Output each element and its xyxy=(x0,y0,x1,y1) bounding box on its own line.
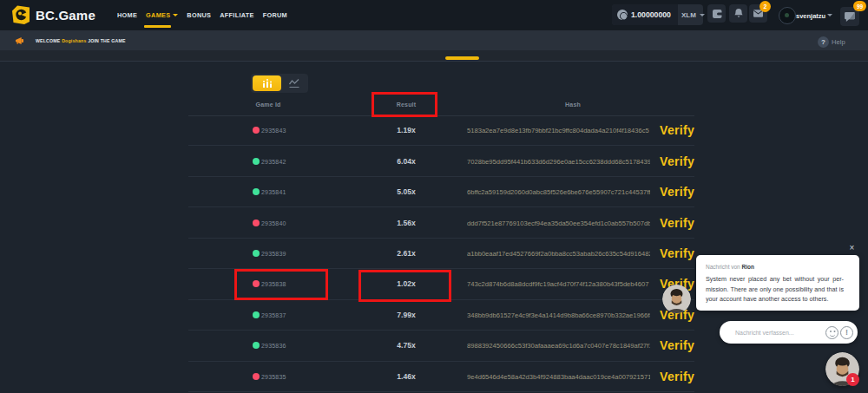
announcement-text: WELCOME Dogishans JOIN THE GAME xyxy=(36,38,126,43)
game-id: 2935837 xyxy=(261,311,286,318)
result-value: 1.19x xyxy=(397,126,416,134)
wallet-icon xyxy=(712,10,722,18)
status-dot xyxy=(253,219,260,226)
provably-fair-table: Game Id Result Hash 2935843 1.19x 5183a2… xyxy=(188,62,694,393)
status-dot xyxy=(253,127,260,134)
info-icon[interactable]: ! xyxy=(840,326,853,339)
nav-item-bonus[interactable]: BONUS xyxy=(187,11,211,19)
result-value: 1.46x xyxy=(397,372,416,381)
nav-item-forum[interactable]: FORUM xyxy=(263,11,287,19)
annotation-box-game-id xyxy=(234,269,328,300)
nav-item-games[interactable]: GAMES xyxy=(146,11,178,19)
message-body: System never placed any bet without your… xyxy=(706,274,844,305)
sender-name: Rion xyxy=(742,264,754,270)
bell-icon xyxy=(734,9,743,18)
tab-strip xyxy=(0,50,868,62)
verify-link[interactable]: Verify xyxy=(660,216,694,230)
emoji-icon[interactable] xyxy=(825,326,838,339)
main-menu: HOME GAMES BONUS AFFILIATE FORUM xyxy=(117,0,287,30)
hash-value: 9e4d6546d4e58a42d3b4f924883baa4daac019ce… xyxy=(467,372,650,380)
result-value: 1.56x xyxy=(397,219,416,227)
nav-item-affiliate[interactable]: AFFILIATE xyxy=(220,11,253,19)
column-header-hash: Hash xyxy=(565,102,581,108)
chat-bubble-icon xyxy=(845,12,855,22)
game-id: 2935835 xyxy=(261,373,286,379)
status-dot xyxy=(253,311,260,318)
mail-badge: 2 xyxy=(760,1,771,12)
table-row: 2935839 2.61x a1bb0eaaf17ed4527669f2a0bb… xyxy=(188,239,694,269)
currency-dropdown[interactable]: XLM xyxy=(681,4,705,25)
chat-input[interactable]: Nachricht verfassen... ! xyxy=(720,321,858,344)
chevron-down-icon xyxy=(173,14,178,16)
sender-avatar xyxy=(662,285,691,313)
chat-message-card: Nachricht von Rion System never placed a… xyxy=(696,255,859,311)
close-icon[interactable]: × xyxy=(847,243,857,252)
trend-icon xyxy=(289,79,299,88)
status-dot xyxy=(253,373,260,380)
verify-link[interactable]: Verify xyxy=(660,370,694,383)
status-dot xyxy=(253,250,260,257)
wallet-button[interactable] xyxy=(707,4,726,23)
hash-value: 8988392450666c53f30afaaaea69c1d6a7c0407e… xyxy=(467,342,650,350)
bar-chart-icon xyxy=(262,79,273,88)
view-toggle xyxy=(251,74,308,93)
status-dot xyxy=(253,158,260,165)
result-value: 5.05x xyxy=(397,187,416,196)
hash-value: 7028be95dd95f441b633d6d296e0ae15cc6238dd… xyxy=(467,157,650,165)
status-dot xyxy=(253,342,260,349)
column-header-game-id: Game Id xyxy=(255,102,280,108)
bcgame-logo-icon[interactable] xyxy=(12,5,30,24)
result-value: 4.75x xyxy=(397,341,416,350)
help-button[interactable]: ? Help xyxy=(818,36,845,48)
game-id: 2935841 xyxy=(261,189,286,195)
annotation-box-result-header xyxy=(372,92,437,117)
chart-view-button[interactable] xyxy=(253,75,281,91)
hash-value: a1bb0eaaf17ed4527669f2a0bba8cc53abab26c6… xyxy=(467,249,650,257)
verify-link[interactable]: Verify xyxy=(660,246,694,260)
help-icon: ? xyxy=(818,36,829,48)
table-row: 2935837 7.99x 348bb9db61527e4c9f3e4a1414… xyxy=(188,300,694,331)
chevron-down-icon xyxy=(827,14,832,16)
hash-value: 6bffc2a59159d2060d0abc85f526e6be676e5590… xyxy=(467,188,650,196)
game-id: 2935842 xyxy=(261,158,286,164)
notifications-button[interactable] xyxy=(729,4,747,23)
table-row: 2935841 5.05x 6bffc2a59159d2060d0abc85f5… xyxy=(188,177,694,207)
user-avatar[interactable] xyxy=(779,7,796,24)
hash-value: 5183a2ea7e9d8e13fb79bbf21bc9ffc804dada4a… xyxy=(467,127,650,134)
verify-link[interactable]: Verify xyxy=(660,154,694,168)
game-id: 2935836 xyxy=(261,343,286,349)
announcement-bar: WELCOME Dogishans JOIN THE GAME ? Help xyxy=(0,30,868,50)
username[interactable]: svenjatzu xyxy=(796,12,825,20)
verify-link[interactable]: Verify xyxy=(660,185,694,199)
active-tab-indicator xyxy=(445,56,479,60)
hash-value: 743c2d874b6d8a8dcdf9fc19acf4d70f74f12a38… xyxy=(467,280,650,288)
table-rows: 2935843 1.19x 5183a2ea7e9d8e13fb79bbf21b… xyxy=(188,115,694,392)
nav-item-home[interactable]: HOME xyxy=(117,11,137,19)
table-row: 2935843 1.19x 5183a2ea7e9d8e13fb79bbf21b… xyxy=(188,115,694,146)
verify-link[interactable]: Verify xyxy=(660,338,694,352)
balance-amount: 1.00000000 xyxy=(631,10,671,19)
trend-view-button[interactable] xyxy=(281,79,306,88)
brand-title[interactable]: BC.Game xyxy=(36,8,95,23)
table-row: 2935842 6.04x 7028be95dd95f441b633d6d296… xyxy=(188,146,694,176)
balance-display: 1.00000000 xyxy=(612,4,678,25)
active-tab-underline xyxy=(144,25,171,28)
hash-value: 348bb9db61527e4c9f3e4a1414d9b8ba66ce8970… xyxy=(467,311,650,318)
announcement-username[interactable]: Dogishans xyxy=(62,38,86,43)
top-nav: BC.Game HOME GAMES BONUS AFFILIATE FORUM… xyxy=(0,0,868,30)
game-id: 2935839 xyxy=(261,250,286,256)
result-value: 6.04x xyxy=(397,157,416,166)
chat-badge: 99 xyxy=(853,1,866,11)
table-row: 2935840 1.56x ddd7f521e87769103ecf94ea35… xyxy=(188,207,694,238)
status-dot xyxy=(253,188,260,195)
hash-value: ddd7f521e87769103ecf94ea35da50ee354efd1c… xyxy=(467,219,650,226)
xlm-coin-icon xyxy=(617,10,628,20)
unread-badge: 1 xyxy=(846,373,859,386)
megaphone-icon xyxy=(16,36,24,45)
verify-link[interactable]: Verify xyxy=(660,123,694,137)
message-meta: Nachricht von Rion xyxy=(706,264,844,270)
balance-selector[interactable]: 1.00000000 XLM xyxy=(612,4,703,25)
annotation-box-result xyxy=(358,270,451,302)
table-row: 2935836 4.75x 8988392450666c53f30afaaaea… xyxy=(188,331,694,361)
chat-input-placeholder: Nachricht verfassen... xyxy=(735,330,794,336)
